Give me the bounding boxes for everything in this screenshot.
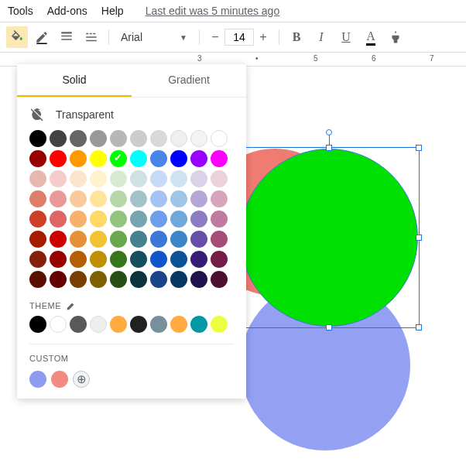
color-swatch[interactable] bbox=[190, 170, 207, 187]
resize-handle-tm[interactable] bbox=[326, 145, 332, 151]
color-swatch[interactable] bbox=[70, 271, 87, 288]
color-swatch[interactable] bbox=[29, 251, 46, 268]
color-swatch[interactable] bbox=[50, 150, 67, 167]
color-swatch[interactable] bbox=[70, 170, 87, 187]
color-swatch[interactable] bbox=[170, 190, 187, 207]
transparent-option[interactable]: Transparent bbox=[17, 98, 246, 130]
color-swatch[interactable] bbox=[50, 271, 67, 288]
color-swatch[interactable] bbox=[211, 130, 228, 147]
color-swatch[interactable] bbox=[150, 271, 167, 288]
color-swatch[interactable] bbox=[211, 231, 228, 248]
text-color-button[interactable]: A bbox=[360, 26, 382, 48]
underline-button[interactable]: U bbox=[335, 26, 357, 48]
color-swatch[interactable] bbox=[130, 211, 147, 228]
color-swatch[interactable] bbox=[110, 231, 127, 248]
theme-swatch[interactable] bbox=[50, 316, 67, 333]
color-swatch[interactable] bbox=[50, 190, 67, 207]
menu-tools[interactable]: Tools bbox=[8, 5, 33, 17]
color-swatch[interactable] bbox=[190, 271, 207, 288]
theme-swatch[interactable] bbox=[90, 316, 107, 333]
border-dash-button[interactable] bbox=[81, 26, 102, 48]
resize-handle-tr[interactable] bbox=[416, 145, 422, 151]
font-size-input[interactable]: 14 bbox=[224, 29, 254, 46]
color-swatch[interactable] bbox=[29, 150, 46, 167]
color-swatch[interactable] bbox=[150, 150, 167, 167]
color-swatch[interactable] bbox=[90, 211, 107, 228]
highlight-button[interactable] bbox=[385, 26, 406, 48]
color-swatch[interactable] bbox=[90, 190, 107, 207]
color-swatch[interactable] bbox=[190, 251, 207, 268]
color-swatch[interactable] bbox=[211, 170, 228, 187]
color-swatch[interactable] bbox=[70, 150, 87, 167]
color-swatch[interactable] bbox=[130, 271, 147, 288]
fill-color-button[interactable] bbox=[6, 26, 28, 48]
color-swatch[interactable] bbox=[70, 190, 87, 207]
color-swatch[interactable] bbox=[150, 231, 167, 248]
color-swatch[interactable] bbox=[50, 170, 67, 187]
color-swatch[interactable] bbox=[90, 150, 107, 167]
theme-swatch[interactable] bbox=[190, 316, 207, 333]
color-swatch[interactable] bbox=[50, 211, 67, 228]
resize-handle-mr[interactable] bbox=[416, 235, 422, 241]
tab-gradient[interactable]: Gradient bbox=[132, 64, 246, 97]
color-swatch[interactable] bbox=[190, 150, 207, 167]
color-swatch[interactable] bbox=[150, 251, 167, 268]
color-swatch[interactable] bbox=[190, 130, 207, 147]
color-swatch[interactable] bbox=[90, 271, 107, 288]
color-swatch[interactable] bbox=[29, 190, 46, 207]
color-swatch[interactable] bbox=[170, 251, 187, 268]
rotation-handle[interactable] bbox=[326, 129, 332, 135]
color-swatch[interactable] bbox=[29, 130, 46, 147]
color-swatch[interactable] bbox=[150, 211, 167, 228]
color-swatch[interactable] bbox=[130, 170, 147, 187]
color-swatch[interactable] bbox=[110, 130, 127, 147]
color-swatch[interactable] bbox=[190, 231, 207, 248]
color-swatch[interactable] bbox=[211, 271, 228, 288]
resize-handle-bm[interactable] bbox=[326, 324, 332, 330]
color-swatch[interactable] bbox=[50, 231, 67, 248]
tab-solid[interactable]: Solid bbox=[17, 64, 132, 97]
add-custom-color-button[interactable]: ⊕ bbox=[73, 371, 90, 388]
theme-swatch[interactable] bbox=[110, 316, 127, 333]
theme-swatch[interactable] bbox=[150, 316, 167, 333]
color-swatch[interactable] bbox=[29, 211, 46, 228]
color-swatch[interactable] bbox=[130, 130, 147, 147]
border-weight-button[interactable] bbox=[56, 26, 77, 48]
color-swatch[interactable] bbox=[190, 190, 207, 207]
theme-swatch[interactable] bbox=[70, 316, 87, 333]
color-swatch[interactable] bbox=[50, 251, 67, 268]
color-swatch[interactable] bbox=[29, 231, 46, 248]
color-swatch[interactable] bbox=[110, 271, 127, 288]
color-swatch[interactable] bbox=[130, 150, 147, 167]
color-swatch[interactable] bbox=[130, 251, 147, 268]
color-swatch[interactable] bbox=[170, 211, 187, 228]
color-swatch[interactable] bbox=[170, 150, 187, 167]
color-swatch[interactable] bbox=[170, 271, 187, 288]
color-swatch[interactable] bbox=[29, 170, 46, 187]
color-swatch[interactable] bbox=[150, 170, 167, 187]
color-swatch[interactable] bbox=[150, 130, 167, 147]
color-swatch[interactable] bbox=[90, 130, 107, 147]
color-swatch[interactable] bbox=[130, 231, 147, 248]
color-swatch[interactable] bbox=[70, 251, 87, 268]
menu-addons[interactable]: Add-ons bbox=[47, 5, 87, 17]
color-swatch[interactable] bbox=[211, 211, 228, 228]
color-swatch[interactable] bbox=[211, 251, 228, 268]
color-swatch[interactable] bbox=[90, 170, 107, 187]
selection-box[interactable] bbox=[238, 147, 420, 328]
italic-button[interactable]: I bbox=[310, 26, 332, 48]
theme-swatch[interactable] bbox=[170, 316, 187, 333]
menu-help[interactable]: Help bbox=[101, 5, 124, 17]
edit-theme-icon[interactable] bbox=[66, 300, 77, 311]
color-swatch[interactable] bbox=[130, 190, 147, 207]
theme-swatch[interactable] bbox=[29, 316, 46, 333]
color-swatch[interactable] bbox=[150, 190, 167, 207]
border-color-button[interactable] bbox=[31, 26, 53, 48]
theme-swatch[interactable] bbox=[130, 316, 147, 333]
color-swatch[interactable] bbox=[211, 150, 228, 167]
resize-handle-br[interactable] bbox=[416, 324, 422, 330]
bold-button[interactable]: B bbox=[286, 26, 307, 48]
theme-swatch[interactable] bbox=[211, 316, 228, 333]
color-swatch[interactable] bbox=[110, 150, 127, 167]
color-swatch[interactable] bbox=[70, 130, 87, 147]
